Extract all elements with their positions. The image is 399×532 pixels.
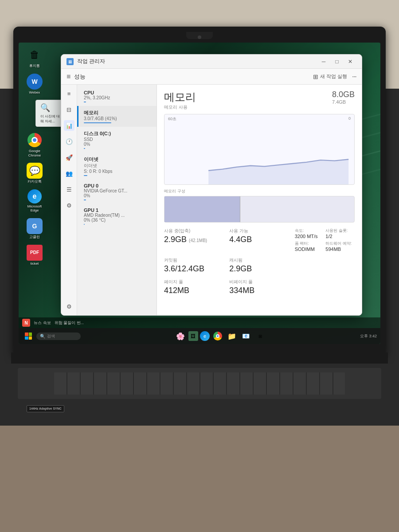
win-logo-q3 — [25, 336, 28, 340]
desktop-icon-kakao[interactable]: 💬 카카오톡 — [22, 163, 47, 184]
webex-label: Webex — [29, 90, 40, 95]
taskbar-icon-edge2[interactable]: e — [200, 331, 210, 341]
stat-hw-reserved: 하드웨어 예약: 594MB — [325, 241, 355, 252]
nav-icon-services[interactable]: ⚙ — [64, 200, 74, 211]
taskbar-pinned-icons: 🌸 🖼 e 📁 📧 ⊞ — [82, 330, 358, 342]
maximize-button[interactable]: □ — [331, 56, 343, 67]
network-detail2: 이더넷 — [84, 163, 151, 169]
new-task-button[interactable]: ⊞ 새 작업 실행 — [313, 73, 347, 80]
search-placeholder: 검색 — [47, 333, 55, 339]
badge-container: 144Hz Adaptive SYNC — [27, 405, 64, 412]
more-options-button[interactable]: ··· — [352, 74, 356, 79]
news-bar[interactable]: N 뉴스 속보 위험 물질이 번... — [19, 317, 380, 328]
main-subtitle: 메모리 사용 — [164, 104, 196, 110]
hamburger-menu[interactable]: ≡ — [66, 73, 70, 81]
sidebar-item-gpu0[interactable]: GPU 0 NVIDIA GeForce GT... 0% — [77, 180, 156, 204]
laptop-keyboard — [18, 368, 381, 399]
sidebar-item-cpu[interactable]: CPU 2%, 3.20GHz — [77, 86, 156, 106]
gpu0-detail: 0% — [84, 193, 151, 198]
nav-icon-performance[interactable]: 📊 — [64, 120, 74, 131]
taskbar-icon-folder[interactable]: 📁 — [226, 330, 238, 342]
sidebar-item-memory[interactable]: 메모리 3.0/7.4GB (41%) — [77, 106, 156, 127]
memory-name: 메모리 — [84, 110, 151, 116]
desktop-icon-gorelin[interactable]: G 고클린 — [22, 218, 47, 239]
taskbar-icon-chrome2[interactable] — [211, 330, 224, 342]
stat-committed: 커밋됨 3.6/12.4GB — [164, 257, 224, 274]
cpu-name: CPU — [84, 90, 151, 95]
desktop-icon-recycle[interactable]: 🗑 휴지통 — [22, 47, 47, 68]
disk-bar — [84, 148, 85, 149]
stat-nonpaged: 비페이지 풀 334MB — [229, 279, 289, 295]
gpu1-detail: 0% (36 °C) — [84, 218, 151, 223]
committed-value: 3.6/12.4GB — [164, 264, 224, 274]
graph-time-label: 60초 — [168, 116, 176, 122]
config-label: 메모리 구성 — [164, 188, 355, 194]
laptop-badge: 144Hz Adaptive SYNC — [27, 405, 64, 412]
in-use-label: 사용 중(압축) — [164, 228, 224, 234]
taskbar-icon-flower[interactable]: 🌸 — [174, 330, 187, 342]
nav-icon-startup[interactable]: 🚀 — [64, 152, 74, 163]
gpu0-bar — [84, 200, 86, 200]
kakao-label: 카카오톡 — [27, 180, 42, 184]
context-menu-text: 이 사진에 대해 자세... — [40, 114, 62, 124]
svg-marker-0 — [208, 159, 348, 184]
main-header: 메모리 메모리 사용 8.0GB 7.4GB — [164, 90, 355, 110]
nonpaged-value: 334MB — [229, 286, 289, 295]
taskbar-icon-gallery[interactable]: 🖼 — [188, 331, 198, 341]
close-button[interactable]: ✕ — [344, 56, 356, 67]
cached-value: 2.9GB — [229, 264, 289, 274]
window-controls: ─ □ ✕ — [317, 56, 356, 67]
sidebar-item-gpu1[interactable]: GPU 1 AMD Radeon(TM) ... 0% (36 °C) — [77, 204, 156, 228]
toolbar-left: ≡ 성능 — [66, 73, 86, 81]
nav-icon-settings[interactable]: ⚙ — [64, 301, 74, 315]
gpu1-bar — [84, 224, 85, 225]
webcam-dot — [198, 35, 201, 39]
taskbar-search[interactable]: 🔍 검색 — [36, 332, 81, 340]
stat-empty — [295, 257, 355, 274]
cpu-detail: 2%, 3.20GHz — [84, 95, 151, 100]
available-label: 사용 가능 — [229, 228, 289, 234]
committed-label: 커밋됨 — [164, 257, 224, 263]
webcam-bar — [19, 32, 380, 43]
start-button[interactable] — [22, 330, 35, 342]
news-text: 뉴스 속보 — [34, 320, 51, 326]
gorelin-label: 고클린 — [29, 235, 40, 239]
edge-label: MicrosoftEdge — [27, 204, 42, 213]
desktop-icon-webex[interactable]: W Webex — [22, 74, 47, 95]
nav-icon-details[interactable]: ☰ — [64, 184, 74, 195]
minimize-button[interactable]: ─ — [317, 56, 330, 67]
taskbar-icon-more[interactable]: ⊞ — [254, 330, 266, 342]
stat-in-use: 사용 중(압축) 2.9GB (42.1MB) — [164, 228, 224, 252]
taskbar-right: 오후 3:42 — [360, 333, 377, 339]
win-logo-q2 — [29, 332, 32, 336]
task-manager-title: 작업 관리자 — [77, 58, 317, 65]
pdf-label: ticket — [31, 262, 39, 266]
nav-icon-home[interactable]: ≡ — [64, 88, 74, 99]
kakao-icon: 💬 — [27, 163, 43, 179]
available-value: 4.4GB — [229, 235, 289, 244]
task-manager-body: ≡ ⊟ 📊 🕐 🚀 👥 ☰ ⚙ ⚙ — [61, 85, 362, 315]
taskbar-icon-mail[interactable]: 📧 — [240, 330, 252, 342]
gorelin-icon: G — [27, 218, 43, 234]
stat-right-col: 속도: 3200 MT/s 사용된 슬롯: 1/2 폼 팩터: — [295, 228, 355, 252]
paged-value: 412MB — [164, 286, 224, 295]
settings-icon[interactable]: ⚙ — [64, 301, 74, 312]
gpu1-name: GPU 1 — [84, 207, 151, 213]
windows-logo — [25, 332, 32, 340]
desktop-icon-edge[interactable]: e MicrosoftEdge — [22, 189, 47, 213]
nav-icon-clipboard[interactable]: ⊟ — [64, 104, 74, 115]
memory-config-bar — [164, 196, 355, 223]
sidebar-item-disk[interactable]: 디스크 0(C:) SSD 0% — [77, 127, 156, 153]
nav-icon-history[interactable]: 🕐 — [64, 136, 74, 147]
desktop-icons: 🗑 휴지통 W Webex 🔍 이 사진에 대 — [22, 47, 66, 266]
desktop-icon-chrome[interactable]: GoogleChrome — [22, 132, 47, 157]
stat-paged: 페이지 풀 412MB — [164, 279, 224, 295]
desktop-icon-pdf[interactable]: PDF ticket — [22, 245, 47, 266]
news-subtext: 위험 물질이 번... — [55, 320, 84, 326]
nav-icon-users[interactable]: 👥 — [64, 168, 74, 179]
chrome-icon — [27, 132, 43, 148]
taskbar-time: 오후 3:42 — [360, 333, 377, 339]
sidebar-item-network[interactable]: 이더넷 이더넷 S: 0 R: 0 Kbps — [77, 153, 156, 180]
gpu0-name: GPU 0 — [84, 183, 151, 188]
stat-cached: 캐시됨 2.9GB — [229, 257, 289, 274]
